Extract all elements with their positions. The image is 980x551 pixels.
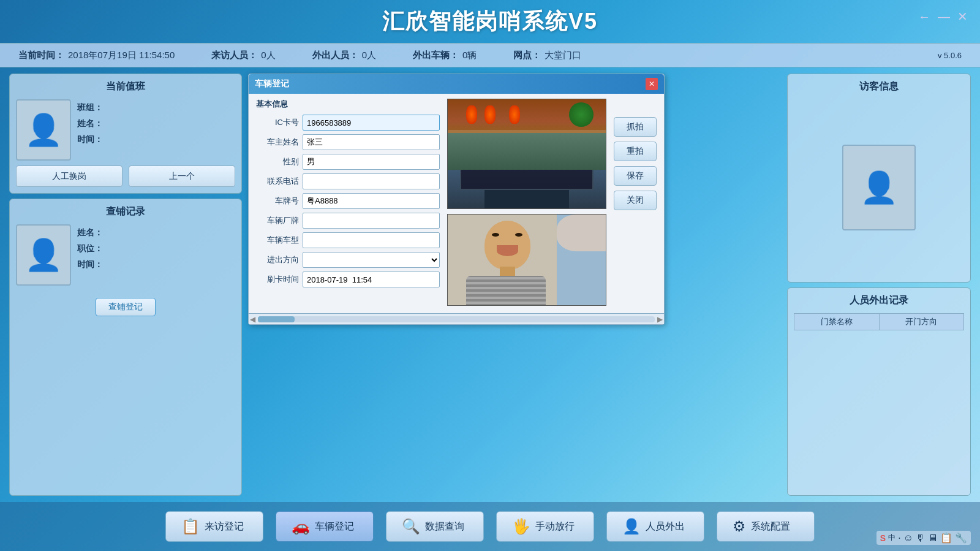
right-panel: 访客信息 👤 人员外出记录 门禁名称 开门方向 — [787, 74, 971, 496]
plate-input[interactable] — [303, 193, 440, 209]
system-tray: S 中 · ☺ 🎙 🖥 📋 🔧 — [876, 531, 971, 545]
tray-icon-clipboard[interactable]: 📋 — [940, 532, 952, 544]
current-time-item: 当前时间： 2018年07月19日 11:54:50 — [18, 50, 175, 61]
phone-row: 联系电话 — [256, 173, 440, 189]
back-button[interactable]: ← — [918, 10, 930, 24]
duty-time-label: 时间： — [77, 134, 103, 145]
system-config-icon: ⚙ — [733, 518, 746, 535]
person-exit-button[interactable]: 👤 人员外出 — [606, 511, 704, 542]
visitor-register-icon: 📋 — [181, 518, 200, 535]
location-item: 网点： 大堂门口 — [513, 50, 581, 61]
tray-icon-s[interactable]: S — [880, 533, 886, 543]
duty-avatar-icon: 👤 — [24, 112, 62, 148]
tray-icon-screen[interactable]: 🖥 — [928, 533, 938, 544]
system-config-button[interactable]: ⚙ 系统配置 — [717, 511, 815, 542]
dialog-title: 车辆登记 — [255, 78, 289, 89]
save-button[interactable]: 保存 — [614, 166, 657, 186]
action-buttons: 人工换岗 上一个 — [16, 165, 235, 187]
exit-record-title: 人员外出记录 — [794, 294, 964, 307]
swipe-time-row: 刷卡时间 — [256, 272, 440, 287]
visitor-register-button[interactable]: 📋 来访登记 — [165, 511, 263, 542]
plate-row: 车牌号 — [256, 193, 440, 209]
capture-button[interactable]: 抓拍 — [614, 117, 657, 137]
owner-label: 车主姓名 — [256, 137, 299, 148]
tray-icon-face[interactable]: ☺ — [903, 533, 913, 544]
duty-info: 👤 班组： 姓名： 时间： — [16, 99, 235, 161]
type-label: 车辆车型 — [256, 235, 299, 246]
tray-icon-dot: · — [898, 533, 900, 544]
gender-input[interactable] — [303, 154, 440, 170]
current-time-label: 当前时间： — [18, 50, 64, 61]
visitor-avatar-icon: 👤 — [860, 170, 898, 205]
exit-record-table: 门禁名称 开门方向 — [794, 313, 964, 330]
plant-decoration — [569, 102, 594, 127]
direction-select[interactable] — [303, 252, 440, 268]
duty-time-field: 时间： — [77, 134, 105, 145]
exit-person-count: 0人 — [362, 50, 376, 61]
vehicle-register-label: 车辆登记 — [315, 520, 354, 533]
phone-input[interactable] — [303, 173, 440, 189]
patrol-time-label: 时间： — [77, 259, 103, 270]
visitor-register-label: 来访登记 — [205, 520, 244, 533]
patrol-section: 查铺记录 👤 姓名： 职位： 时间： — [9, 199, 242, 496]
system-config-label: 系统配置 — [751, 520, 790, 533]
person-exit-label: 人员外出 — [646, 520, 685, 533]
previous-button[interactable]: 上一个 — [129, 165, 235, 187]
camera-feed-bottom — [447, 214, 606, 306]
middle-panel: 车辆登记 ✕ 基本信息 IC卡号 车主姓名 — [248, 74, 781, 496]
visitor-avatar-area: 👤 — [794, 99, 964, 276]
location-label: 网点： — [513, 50, 541, 61]
manual-release-button[interactable]: 🖐 手动放行 — [496, 511, 594, 542]
col-door-direction: 开门方向 — [879, 313, 964, 330]
location-value: 大堂门口 — [545, 50, 581, 61]
duty-section: 当前值班 👤 班组： 姓名： 时间： — [9, 74, 242, 194]
vehicle-register-icon: 🚗 — [292, 518, 310, 535]
scrollbar-thumb — [258, 316, 295, 322]
ic-label: IC卡号 — [256, 117, 299, 128]
dialog-scrollbar[interactable]: ◀ ▶ — [249, 313, 664, 324]
form-subtitle: 基本信息 — [256, 99, 440, 110]
camera-top-background — [448, 99, 606, 208]
minimize-button[interactable]: — — [938, 10, 950, 24]
patrol-register-button[interactable]: 查铺登记 — [96, 298, 156, 316]
patrol-avatar-box: 👤 — [16, 224, 71, 286]
duty-group-label: 班组： — [77, 102, 103, 113]
patrol-avatar-icon: 👤 — [24, 237, 62, 273]
lantern-1 — [466, 105, 477, 124]
exit-record-section: 人员外出记录 门禁名称 开门方向 — [787, 287, 971, 496]
patrol-time-field: 时间： — [77, 259, 105, 270]
data-query-label: 数据查询 — [425, 520, 464, 533]
tray-icon-zh[interactable]: 中 — [888, 533, 895, 543]
vehicle-form: 基本信息 IC卡号 车主姓名 性别 联系电话 — [256, 99, 440, 306]
duty-group-field: 班组： — [77, 102, 105, 113]
camera-face-background — [448, 215, 606, 305]
type-input[interactable] — [303, 232, 440, 248]
patrol-position-label: 职位： — [77, 243, 103, 254]
brand-input[interactable] — [303, 213, 440, 229]
exit-vehicle-label: 外出车辆： — [413, 50, 459, 61]
dialog-close-button[interactable]: ✕ — [646, 78, 658, 90]
recapture-button[interactable]: 重拍 — [614, 142, 657, 161]
tray-icon-mic[interactable]: 🎙 — [916, 533, 925, 544]
manual-release-icon: 🖐 — [512, 518, 530, 535]
owner-input[interactable] — [303, 134, 440, 150]
data-query-button[interactable]: 🔍 数据查询 — [386, 511, 484, 542]
type-row: 车辆车型 — [256, 232, 440, 248]
close-button[interactable]: ✕ — [957, 9, 968, 24]
col-door-name: 门禁名称 — [794, 313, 880, 330]
bottom-toolbar: 📋 来访登记 🚗 车辆登记 🔍 数据查询 🖐 手动放行 👤 人员外出 ⚙ 系统配… — [0, 502, 980, 551]
data-query-icon: 🔍 — [402, 518, 420, 535]
swipe-time-input[interactable] — [303, 272, 440, 287]
tray-icon-wrench[interactable]: 🔧 — [955, 532, 967, 544]
direction-label: 进出方向 — [256, 254, 299, 265]
duty-name-field: 姓名： — [77, 118, 105, 129]
swipe-time-label: 刷卡时间 — [256, 274, 299, 285]
patrol-title: 查铺记录 — [16, 205, 235, 218]
close-dialog-button[interactable]: 关闭 — [614, 191, 657, 210]
exit-vehicle-item: 外出车辆： 0辆 — [413, 50, 477, 61]
manual-shift-button[interactable]: 人工换岗 — [16, 165, 123, 187]
ic-input[interactable] — [303, 115, 440, 131]
manual-release-label: 手动放行 — [535, 520, 575, 533]
plate-label: 车牌号 — [256, 196, 299, 207]
vehicle-register-button[interactable]: 🚗 车辆登记 — [276, 511, 374, 542]
